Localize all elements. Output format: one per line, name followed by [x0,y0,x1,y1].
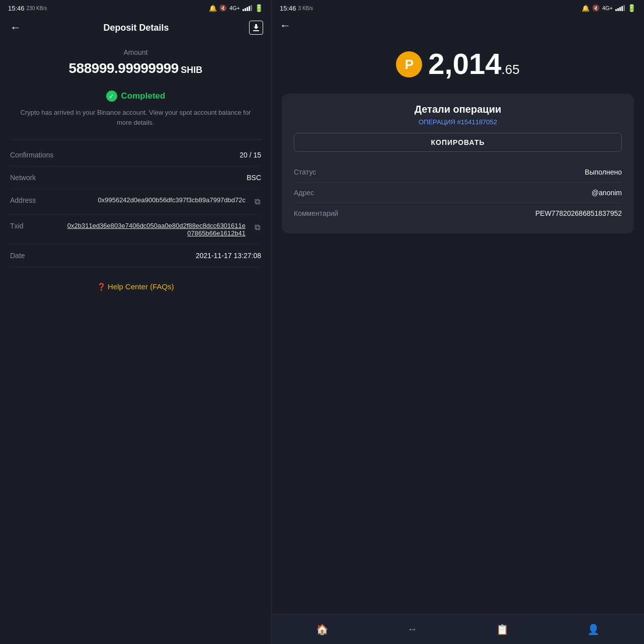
op-label-status: Статус [294,168,349,176]
profile-icon: 👤 [587,623,600,635]
nav-item-transfer[interactable]: ↔️ [407,623,417,635]
alarm-icon: 🔔 [209,5,217,12]
hero-amount-container: 2,014.65 [428,49,519,78]
status-completed: ✓ Completed [10,91,261,102]
op-row-address: Адрес @anonim [294,183,622,203]
main-content-left: Amount 588999.99999999 SHIB ✓ Completed … [0,43,271,644]
value-network: BSC [65,174,261,182]
alarm-icon-right: 🔔 [582,5,590,12]
hero-amount-main: 2,014 [428,47,501,80]
top-bar-right: ← [272,14,644,39]
label-confirmations: Confirmations [10,151,65,159]
network-speed-right: 3 KB/s [298,6,313,11]
status-icons-right: 🔔 🔇 4G+ 🔋 [582,4,636,12]
check-circle-icon: ✓ [106,91,117,102]
back-button-right[interactable]: ← [280,19,291,32]
help-center: ❓ Help Center (FAQs) [10,267,261,306]
completed-text: Completed [121,91,166,101]
amount-section: Amount 588999.99999999 SHIB [10,43,261,87]
op-label-address: Адрес [294,189,349,197]
time-left: 15:46 [8,5,25,12]
back-button-left[interactable]: ← [8,19,23,36]
left-panel: 15:46 230 KB/s 🔔 🔇 4G+ 🔋 ← Deposit Detai… [0,0,272,644]
status-bar-right: 15:46 3 KB/s 🔔 🔇 4G+ 🔋 [272,0,644,14]
page-title-left: Deposit Details [103,23,169,33]
hero-amount-cents: .65 [502,62,520,77]
history-icon: 📋 [496,623,509,635]
network-type-right: 4G+ [602,5,613,11]
amount-hero: P 2,014.65 [272,39,644,94]
op-value-address: @anonim [592,189,622,197]
nav-item-home[interactable]: 🏠 [316,623,329,635]
address-copy-row: 0x9956242d0ea900b56dfc397f3cb89a7997dbd7… [98,196,261,207]
svg-rect-0 [253,30,259,31]
operation-id: ОПЕРАЦИЯ #1541187052 [294,118,622,126]
top-bar-left: ← Deposit Details [0,14,271,43]
network-type-left: 4G+ [229,5,240,11]
home-icon: 🏠 [316,623,329,635]
status-description: Crypto has arrived in your Binance accou… [10,108,261,127]
nav-item-profile[interactable]: 👤 [587,623,600,635]
battery-icon-right: 🔋 [627,4,636,12]
label-address: Address [10,196,65,204]
op-label-comment: Комментарий [294,209,349,217]
op-row-status: Статус Выполнено [294,162,622,183]
download-icon[interactable] [249,21,263,35]
transfer-icon: ↔️ [407,623,417,635]
right-panel: 15:46 3 KB/s 🔔 🔇 4G+ 🔋 ← P 2,014.65 [272,0,644,644]
status-icons-left: 🔔 🔇 4G+ 🔋 [209,4,263,12]
help-link[interactable]: Help Center (FAQs) [108,282,174,291]
signal-icon-right [615,5,625,11]
time-right: 15:46 [280,5,296,12]
copy-button[interactable]: КОПИРОВАТЬ [294,133,622,152]
help-icon: ❓ [97,283,108,291]
divider-top [10,139,261,140]
value-date: 2021-11-17 13:27:08 [65,252,261,260]
detail-row-network: Network BSC [10,167,261,189]
status-bar-left: 15:46 230 KB/s 🔔 🔇 4G+ 🔋 [0,0,271,14]
op-row-comment: Комментарий PEW778202686851837952 [294,203,622,223]
txid-copy-row: 0x2b311ed36e803e7406dc050aa0e80d2f88ec8d… [65,222,261,237]
value-txid[interactable]: 0x2b311ed36e803e7406dc050aa0e80d2f88ec8d… [65,222,246,237]
copy-address-icon[interactable]: ⧉ [254,196,261,207]
label-network: Network [10,174,65,182]
detail-row-confirmations: Confirmations 20 / 15 [10,144,261,167]
op-value-status: Выполнено [585,168,622,176]
amount-value: 588999.99999999 [69,60,179,76]
detail-row-address: Address 0x9956242d0ea900b56dfc397f3cb89a… [10,189,261,215]
amount-currency: SHIB [181,65,202,75]
copy-txid-icon[interactable]: ⧉ [254,222,261,233]
operation-card: Детали операции ОПЕРАЦИЯ #1541187052 КОП… [282,94,634,233]
value-confirmations: 20 / 15 [65,151,261,159]
value-address: 0x9956242d0ea900b56dfc397f3cb89a7997dbd7… [98,196,246,204]
mute-icon: 🔇 [219,5,227,12]
label-date: Date [10,252,65,260]
amount-display: 588999.99999999 SHIB [10,60,261,76]
op-value-comment: PEW778202686851837952 [535,209,622,217]
ruble-icon: P [396,51,422,77]
battery-icon: 🔋 [255,4,263,12]
label-txid: Txid [10,222,65,230]
nav-item-history[interactable]: 📋 [496,623,509,635]
network-speed-left: 230 KB/s [27,6,47,11]
detail-row-txid: Txid 0x2b311ed36e803e7406dc050aa0e80d2f8… [10,215,261,245]
mute-icon-right: 🔇 [592,5,600,12]
detail-row-date: Date 2021-11-17 13:27:08 [10,245,261,267]
signal-icon [243,5,252,11]
operation-title: Детали операции [294,104,622,115]
bottom-nav: 🏠 ↔️ 📋 👤 [272,614,644,644]
amount-label: Amount [10,48,261,56]
